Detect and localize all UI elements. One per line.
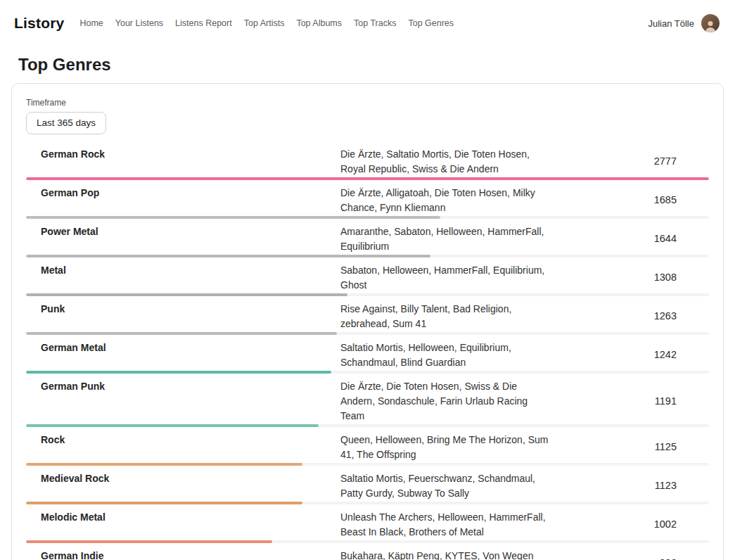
- nav-item-top-tracks[interactable]: Top Tracks: [354, 18, 396, 28]
- genre-row[interactable]: Power Metal Amaranthe, Sabaton, Hellowee…: [26, 224, 709, 263]
- genre-bar-track: [26, 177, 709, 180]
- genre-table: German Rock Die Ärzte, Saltatio Mortis, …: [26, 147, 709, 560]
- genre-count: 1685: [551, 193, 709, 208]
- genre-row-grid: German Indie Bukahara, Käptn Peng, KYTES…: [26, 549, 709, 560]
- nav-item-your-listens[interactable]: Your Listens: [115, 18, 163, 28]
- timeframe-value: Last 365 days: [37, 117, 96, 128]
- nav-item-top-genres[interactable]: Top Genres: [408, 18, 454, 28]
- genre-count: 1002: [551, 517, 709, 532]
- timeframe-select[interactable]: Last 365 days: [26, 112, 106, 134]
- genre-name: German Indie: [26, 549, 340, 560]
- genre-name: Metal: [26, 263, 340, 278]
- genre-row[interactable]: Rock Queen, Helloween, Bring Me The Hori…: [26, 433, 709, 471]
- genre-bar: [26, 293, 347, 296]
- genre-count: 1644: [551, 231, 709, 246]
- genre-row-grid: German Metal Saltatio Mortis, Helloween,…: [26, 341, 709, 370]
- genre-row-grid: Power Metal Amaranthe, Sabaton, Hellowee…: [26, 224, 709, 254]
- app-logo[interactable]: Listory: [14, 15, 64, 32]
- genre-name: German Pop: [26, 186, 340, 201]
- genre-row-grid: German Rock Die Ärzte, Saltatio Mortis, …: [26, 147, 709, 177]
- genre-bar-track: [26, 540, 709, 543]
- genre-bar-track: [26, 216, 709, 219]
- genre-artists: Rise Against, Billy Talent, Bad Religion…: [340, 302, 551, 331]
- genre-count: 1263: [551, 309, 709, 324]
- genre-bar: [26, 540, 272, 543]
- genre-bar: [26, 424, 319, 427]
- genre-name: German Rock: [26, 147, 340, 162]
- nav-item-top-artists[interactable]: Top Artists: [244, 18, 285, 28]
- person-icon: [703, 18, 717, 32]
- genre-artists: Queen, Helloween, Bring Me The Horizon, …: [340, 433, 551, 462]
- genre-artists: Die Ärzte, Die Toten Hosen, Swiss & Die …: [340, 379, 551, 424]
- genre-bar-track: [26, 293, 709, 296]
- genre-artists: Saltatio Mortis, Helloween, Equilibrium,…: [340, 341, 551, 370]
- genre-count: 1191: [551, 394, 709, 409]
- genre-bar: [26, 502, 302, 504]
- top-nav: Listory HomeYour ListensListens ReportTo…: [0, 0, 735, 46]
- genre-row-grid: Rock Queen, Helloween, Bring Me The Hori…: [26, 433, 709, 462]
- genre-bar-track: [26, 332, 709, 335]
- genre-count: 1308: [551, 270, 709, 285]
- genre-count: 926: [551, 556, 709, 560]
- user-menu: Julian Tölle: [648, 14, 720, 32]
- genre-name: German Metal: [26, 341, 340, 355]
- genre-artists: Unleash The Archers, Helloween, HammerFa…: [340, 510, 551, 540]
- genre-count: 1125: [551, 440, 709, 454]
- genre-artists: Sabaton, Helloween, HammerFall, Equilibr…: [340, 263, 551, 293]
- genre-count: 1123: [551, 478, 709, 493]
- genre-bar: [26, 216, 440, 219]
- genre-row[interactable]: German Pop Die Ärzte, Alligatoah, Die To…: [26, 186, 709, 224]
- timeframe-filter: Timeframe Last 365 days: [26, 98, 709, 134]
- avatar[interactable]: [701, 14, 720, 32]
- genre-row-grid: Punk Rise Against, Billy Talent, Bad Rel…: [26, 302, 709, 331]
- genre-bar-track: [26, 424, 709, 427]
- main-content: Top Genres Timeframe Last 365 days Germa…: [0, 55, 735, 560]
- genre-name: Power Metal: [26, 224, 340, 239]
- genre-bar: [26, 255, 430, 257]
- nav-item-listens-report[interactable]: Listens Report: [175, 18, 232, 28]
- genre-row[interactable]: Metal Sabaton, Helloween, HammerFall, Eq…: [26, 263, 709, 302]
- genre-name: Medieval Rock: [26, 471, 340, 486]
- genre-artists: Die Ärzte, Alligatoah, Die Toten Hosen, …: [340, 186, 551, 215]
- nav-links: HomeYour ListensListens ReportTop Artist…: [79, 18, 454, 28]
- genre-row[interactable]: Punk Rise Against, Billy Talent, Bad Rel…: [26, 302, 709, 341]
- genre-name: Rock: [26, 433, 340, 447]
- genre-artists: Saltatio Mortis, Feuerschwanz, Schandmau…: [340, 471, 551, 501]
- genre-row-grid: German Pop Die Ärzte, Alligatoah, Die To…: [26, 186, 709, 215]
- nav-item-home[interactable]: Home: [79, 18, 103, 28]
- genre-row[interactable]: German Metal Saltatio Mortis, Helloween,…: [26, 341, 709, 379]
- genre-row-grid: Metal Sabaton, Helloween, HammerFall, Eq…: [26, 263, 709, 293]
- genre-row[interactable]: Medieval Rock Saltatio Mortis, Feuerschw…: [26, 471, 709, 510]
- timeframe-label: Timeframe: [26, 98, 709, 108]
- genre-row[interactable]: Melodic Metal Unleash The Archers, Hello…: [26, 510, 709, 549]
- genre-name: Punk: [26, 302, 340, 317]
- genre-name: German Punk: [26, 379, 340, 394]
- genre-row-grid: German Punk Die Ärzte, Die Toten Hosen, …: [26, 379, 709, 424]
- genre-bar-track: [26, 463, 709, 466]
- genre-bar-track: [26, 371, 709, 374]
- genre-artists: Die Ärzte, Saltatio Mortis, Die Toten Ho…: [340, 147, 551, 177]
- genre-bar-track: [26, 255, 709, 257]
- genre-row[interactable]: German Indie Bukahara, Käptn Peng, KYTES…: [26, 549, 709, 560]
- user-name[interactable]: Julian Tölle: [648, 18, 694, 29]
- genre-row[interactable]: German Punk Die Ärzte, Die Toten Hosen, …: [26, 379, 709, 433]
- genre-bar-track: [26, 502, 709, 504]
- genre-artists: Bukahara, Käptn Peng, KYTES, Von Wegen L…: [340, 549, 551, 560]
- genre-artists: Amaranthe, Sabaton, Helloween, HammerFal…: [340, 224, 551, 254]
- genre-count: 2777: [551, 154, 709, 169]
- genre-name: Melodic Metal: [26, 510, 340, 525]
- genre-row[interactable]: German Rock Die Ärzte, Saltatio Mortis, …: [26, 147, 709, 186]
- page-title: Top Genres: [18, 55, 724, 75]
- genre-row-grid: Melodic Metal Unleash The Archers, Hello…: [26, 510, 709, 540]
- genre-bar: [26, 371, 331, 374]
- top-genres-card: Timeframe Last 365 days German Rock Die …: [11, 83, 724, 560]
- genre-bar: [26, 332, 337, 335]
- genre-row-grid: Medieval Rock Saltatio Mortis, Feuerschw…: [26, 471, 709, 501]
- nav-item-top-albums[interactable]: Top Albums: [296, 18, 342, 28]
- genre-bar: [26, 177, 709, 180]
- genre-bar: [26, 463, 302, 466]
- genre-count: 1242: [551, 348, 709, 362]
